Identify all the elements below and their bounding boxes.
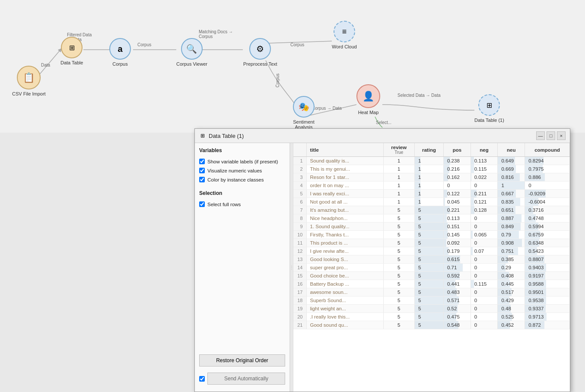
cell-neu: 0.887 <box>498 214 525 223</box>
node-corpus-viewer[interactable]: 🔍 Corpus Viewer <box>176 38 207 67</box>
cell-rownum: 2 <box>293 165 306 173</box>
cell-pos: 0.483 <box>444 288 471 296</box>
cell-pos: 0.216 <box>444 165 471 173</box>
table-row[interactable]: 2This is my genui...110.2160.1150.6690.7… <box>293 165 570 173</box>
node-data-table[interactable]: ⊞ Data Table <box>60 37 83 65</box>
cell-rownum: 10 <box>293 231 306 239</box>
table-row[interactable]: 5I was really exci...110.1220.2110.667-0… <box>293 190 570 198</box>
cell-review: 5 <box>383 280 414 288</box>
cell-rating: 5 <box>414 247 443 255</box>
maximize-button[interactable]: □ <box>547 131 555 140</box>
cell-title: light weight an... <box>306 305 383 313</box>
table-row[interactable]: 8Nice headphon...550.11300.8870.4748 <box>293 214 570 223</box>
cell-neg: 0.128 <box>471 206 498 214</box>
cell-title: Good choice be... <box>306 272 383 280</box>
show-labels-checkbox[interactable] <box>199 159 205 164</box>
cell-title: Good sound qu... <box>306 321 383 329</box>
color-classes-row[interactable]: Color by instance classes <box>199 177 285 182</box>
cell-pos: 0 <box>444 182 471 190</box>
show-labels-text: Show variable labels (if present) <box>207 159 278 164</box>
table-row[interactable]: 13Good looking S...550.61500.3850.8807 <box>293 255 570 264</box>
send-automatically-button[interactable]: Send Automatically <box>207 373 285 385</box>
cell-neg: 0 <box>471 239 498 247</box>
select-full-rows-row[interactable]: Select full rows <box>199 201 285 207</box>
cell-neg: 0 <box>471 296 498 305</box>
cell-title: It's amazing but... <box>306 206 383 214</box>
table-row[interactable]: 7It's amazing but...550.2210.1280.6510.3… <box>293 206 570 214</box>
cell-neu: 1 <box>498 182 525 190</box>
cell-pos: 0.592 <box>444 272 471 280</box>
cell-rownum: 8 <box>293 214 306 223</box>
send-auto-checkbox[interactable] <box>199 376 205 382</box>
cell-compound: 0.7975 <box>525 165 570 173</box>
minimize-button[interactable]: — <box>536 131 545 140</box>
cell-neg: 0 <box>471 255 498 264</box>
restore-order-button[interactable]: Restore Original Order <box>199 354 285 367</box>
data-table: title review True rating pos neg neu com… <box>293 143 570 329</box>
cell-neg: 0 <box>471 223 498 231</box>
table-row[interactable]: 19light weight an...550.5200.480.9337 <box>293 305 570 313</box>
close-button[interactable]: × <box>557 131 566 140</box>
node-csv-file-import[interactable]: 📋 CSV File Import <box>12 66 46 96</box>
select-full-rows-checkbox[interactable] <box>199 201 205 207</box>
cell-rownum: 17 <box>293 288 306 296</box>
node-heat-map[interactable]: 👤 Heat Map <box>356 84 380 115</box>
cell-rating: 1 <box>414 165 443 173</box>
visualize-numeric-checkbox[interactable] <box>199 168 205 173</box>
cell-title: I was really exci... <box>306 190 383 198</box>
cell-review: 5 <box>383 296 414 305</box>
cell-compound: 0.9197 <box>525 272 570 280</box>
cell-review: 1 <box>383 190 414 198</box>
node-sentiment-analysis[interactable]: 🎭 Sentiment Analysis <box>284 96 323 130</box>
cell-pos: 0.441 <box>444 280 471 288</box>
cell-title: Reson for 1 star... <box>306 173 383 182</box>
table-row[interactable]: 20.I really love this...550.47500.5250.9… <box>293 313 570 321</box>
table-row[interactable]: 12I give reviw afte...550.1790.070.7510.… <box>293 247 570 255</box>
table-row[interactable]: 21Good sound qu...550.54800.4520.872 <box>293 321 570 329</box>
show-labels-row[interactable]: Show variable labels (if present) <box>199 159 285 164</box>
table-row[interactable]: 11This product is ...550.09200.9080.6348 <box>293 239 570 247</box>
cell-neg: 0 <box>471 313 498 321</box>
cell-neg: 0 <box>471 264 498 272</box>
table-row[interactable]: 10Firstly, Thanks t...550.1450.0650.790.… <box>293 231 570 239</box>
col-neu: neu <box>498 143 525 157</box>
window-controls[interactable]: — □ × <box>536 131 566 140</box>
table-row[interactable]: 3Reson for 1 star...110.1620.0220.8160.8… <box>293 173 570 182</box>
table-row[interactable]: 1Sound quality is...110.2380.1130.6490.8… <box>293 157 570 165</box>
table-row[interactable]: 15Good choice be...550.59200.4080.9197 <box>293 272 570 280</box>
cell-pos: 0.151 <box>444 223 471 231</box>
cell-neu: 0.667 <box>498 190 525 198</box>
table-row[interactable]: 14super great pro...550.7100.290.9403 <box>293 264 570 272</box>
cell-rating: 5 <box>414 214 443 223</box>
table-row[interactable]: 17awesome soun...550.48300.5170.9501 <box>293 288 570 296</box>
node-preprocess-text[interactable]: ⚙ Preprocess Text <box>243 38 277 67</box>
node-word-cloud[interactable]: ≡ Word Cloud <box>332 21 357 49</box>
cell-pos: 0.162 <box>444 173 471 182</box>
cell-pos: 0.221 <box>444 206 471 214</box>
col-compound: compound <box>525 143 570 157</box>
table-row[interactable]: 6Not good at all ...110.0450.1210.835-0.… <box>293 198 570 206</box>
table-row[interactable]: 91. Sound quality...550.15100.8490.5994 <box>293 223 570 231</box>
cell-compound: 0.8807 <box>525 255 570 264</box>
cell-rating: 5 <box>414 239 443 247</box>
table-container[interactable]: title review True rating pos neg neu com… <box>293 143 570 392</box>
cell-rownum: 5 <box>293 190 306 198</box>
visualize-numeric-row[interactable]: Visualize numeric values <box>199 168 285 173</box>
cell-pos: 0.615 <box>444 255 471 264</box>
table-row[interactable]: 16Battery Backup ...550.4410.1150.4450.9… <box>293 280 570 288</box>
table-row[interactable]: 4order It on may ...110010 <box>293 182 570 190</box>
node-corpus[interactable]: a Corpus <box>109 38 131 67</box>
node-data-table-1[interactable]: ⊞ Data Table (1) <box>474 94 504 123</box>
select-full-rows-text: Select full rows <box>207 202 241 207</box>
conn-label-select: Select... <box>376 120 391 125</box>
cell-pos: 0.475 <box>444 313 471 321</box>
cell-neu: 0.29 <box>498 264 525 272</box>
col-title: title <box>306 143 383 157</box>
cell-compound: 0.9538 <box>525 296 570 305</box>
table-row[interactable]: 18Superb Sound...550.57100.4290.9538 <box>293 296 570 305</box>
color-classes-checkbox[interactable] <box>199 177 205 182</box>
cell-rating: 5 <box>414 280 443 288</box>
resize-handle[interactable]: ⋮ <box>290 143 293 392</box>
window-title-bar[interactable]: ⊞ Data Table (1) — □ × <box>195 129 570 143</box>
cell-rating: 5 <box>414 313 443 321</box>
